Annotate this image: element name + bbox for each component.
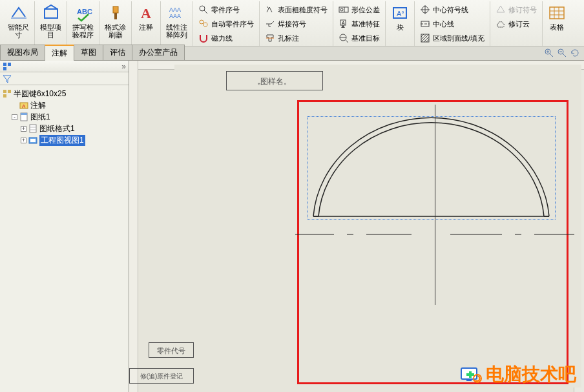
spell-check-button[interactable]: ABC 拼写检 验程序 <box>70 3 96 40</box>
feature-tree-icon[interactable] <box>3 62 12 71</box>
model-items-icon <box>42 4 60 22</box>
svg-rect-28 <box>3 94 6 98</box>
svg-point-8 <box>200 20 203 24</box>
ribbon: 智能尺 寸 模型项 目 ABC 拼写检 验程序 格式涂 刷器 A 注释 AAAA… <box>0 0 584 46</box>
svg-text:A: A <box>22 103 26 109</box>
revision-cloud-icon <box>495 19 506 29</box>
highlight-box <box>297 100 568 384</box>
weld-symbol-button[interactable]: 焊接符号 <box>264 17 329 30</box>
auto-balloon-button[interactable]: 自动零件序号 <box>197 17 255 30</box>
svg-rect-0 <box>45 9 57 18</box>
paintbrush-icon <box>107 4 125 22</box>
table-button[interactable]: 表格 <box>545 3 568 32</box>
svg-text:ABC: ABC <box>77 8 92 15</box>
note-button[interactable]: A 注释 <box>134 3 158 32</box>
svg-text:A°: A° <box>397 10 404 17</box>
area-hatch-button[interactable]: 区域剖面线/填充 <box>419 32 486 45</box>
weld-icon <box>265 19 275 29</box>
sheet-icon <box>19 112 28 121</box>
note-icon: A <box>137 4 155 22</box>
tab-sketch[interactable]: 草图 <box>74 45 103 60</box>
hatch-icon <box>420 33 430 43</box>
tab-office-products[interactable]: 办公室产品 <box>132 45 185 60</box>
spell-check-icon: ABC <box>74 4 92 22</box>
centerline-icon <box>420 19 430 29</box>
drawing-view-icon <box>28 136 37 145</box>
svg-rect-25 <box>3 67 6 70</box>
tab-view-layout[interactable]: 视图布局 <box>0 45 45 60</box>
tab-evaluate[interactable]: 评估 <box>103 45 132 60</box>
balloon-icon <box>198 5 209 15</box>
horizontal-centerline <box>295 234 574 235</box>
collapse-icon[interactable]: - <box>12 114 17 120</box>
zoom-in-icon[interactable] <box>544 48 554 58</box>
feature-tree: 半圆键6x10x25 A 注解 - 图纸1 + 图纸格式1 + 工程图视图1 <box>0 85 129 392</box>
datum-feature-button[interactable]: A基准特征 <box>337 17 381 30</box>
tree-drawing-view1[interactable]: + 工程图视图1 <box>1 134 127 146</box>
svg-rect-24 <box>8 63 11 66</box>
drawing-doc-icon <box>3 89 12 98</box>
feature-manager-panel: » 半圆键6x10x25 A 注解 - 图纸1 + 图纸格式1 <box>0 61 129 392</box>
centerline-button[interactable]: 中心线 <box>419 17 486 30</box>
svg-rect-23 <box>3 63 6 66</box>
magnet-icon <box>198 33 209 43</box>
auto-balloon-icon <box>198 19 209 29</box>
vertical-ruler <box>129 61 138 392</box>
linear-note-pattern-button[interactable]: AAAAAA 线性注 释阵列 <box>163 3 190 40</box>
datum-target-button[interactable]: 基准目标 <box>337 32 381 45</box>
vertical-centerline <box>435 105 435 305</box>
drawing-canvas[interactable]: „图样名。 零件代号 修(追)原件登记 <box>129 61 584 392</box>
svg-text:AAA: AAA <box>169 13 181 19</box>
panel-header: » <box>0 61 129 72</box>
watermark-text: 电脑技术吧 <box>486 362 576 387</box>
tree-sheet1[interactable]: - 图纸1 <box>1 111 127 123</box>
svg-rect-32 <box>21 113 27 115</box>
main-area: » 半圆键6x10x25 A 注解 - 图纸1 + 图纸格式1 <box>0 61 584 392</box>
revision-symbol-icon <box>495 5 506 15</box>
gtol-icon <box>339 5 349 15</box>
half-round-key-geometry <box>307 116 556 220</box>
hole-callout-button[interactable]: 孔标注 <box>264 32 329 45</box>
surface-finish-button[interactable]: 表面粗糙度符号 <box>264 3 329 16</box>
balloon-button[interactable]: 零件序号 <box>197 3 255 16</box>
svg-rect-26 <box>3 90 6 93</box>
filter-icon <box>3 74 12 83</box>
tree-root[interactable]: 半圆键6x10x25 <box>1 88 127 99</box>
format-painter-button[interactable]: 格式涂 刷器 <box>102 3 129 40</box>
surface-finish-icon <box>265 5 275 15</box>
expand-icon[interactable]: + <box>21 138 26 143</box>
watermark: 电脑技术吧 <box>460 362 576 387</box>
dimension-icon <box>10 4 28 22</box>
block-button[interactable]: A° 块 <box>388 3 412 32</box>
tree-annotations[interactable]: A 注解 <box>1 99 127 111</box>
svg-rect-27 <box>8 90 11 93</box>
block-icon: A° <box>391 4 409 22</box>
center-mark-icon <box>420 5 430 15</box>
tab-annotation[interactable]: 注解 <box>45 45 74 61</box>
magnetic-line-button[interactable]: 磁力线 <box>197 32 255 45</box>
center-mark-button[interactable]: 中心符号线 <box>419 3 486 16</box>
collapse-panel-icon[interactable]: » <box>121 62 126 71</box>
filter-row[interactable] <box>0 72 129 85</box>
revision-symbol-button: 修订符号 <box>494 3 538 16</box>
sheet-format-icon <box>28 124 37 133</box>
smart-dimension-button[interactable]: 智能尺 寸 <box>5 3 32 40</box>
svg-rect-35 <box>30 139 36 142</box>
tree-sheet-format1[interactable]: + 图纸格式1 <box>1 123 127 134</box>
svg-rect-20 <box>550 7 564 19</box>
svg-rect-43 <box>466 379 472 381</box>
expand-icon[interactable]: + <box>21 126 26 132</box>
watermark-logo-icon <box>460 366 482 384</box>
model-items-button[interactable]: 模型项 目 <box>37 3 64 40</box>
rev-block: 修(追)原件登记 <box>129 368 194 384</box>
datum-icon: A <box>339 19 349 29</box>
svg-rect-2 <box>113 6 118 13</box>
command-tab-bar: 视图布局 注解 草图 评估 办公室产品 <box>0 46 584 61</box>
svg-point-7 <box>200 6 205 11</box>
revision-cloud-button[interactable]: 修订云 <box>494 17 538 30</box>
hole-icon <box>265 33 275 43</box>
svg-rect-3 <box>114 13 117 19</box>
zoom-out-icon[interactable] <box>557 48 567 58</box>
geometric-tolerance-button[interactable]: 形位公差 <box>337 3 381 16</box>
refresh-icon[interactable] <box>570 48 580 58</box>
